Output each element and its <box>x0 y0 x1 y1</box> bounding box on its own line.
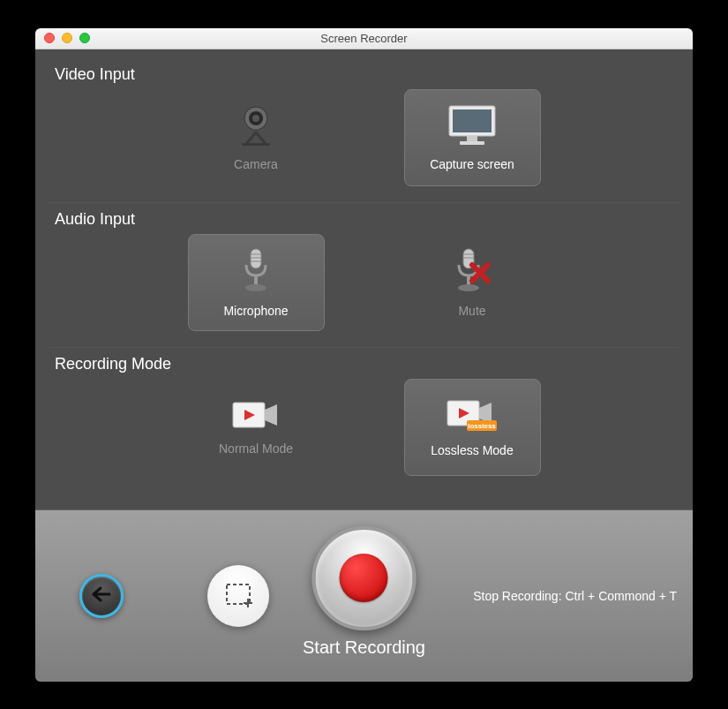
camera-icon <box>233 104 279 147</box>
capture-screen-option[interactable]: Capture screen <box>404 89 541 186</box>
record-group: Start Recording <box>303 526 425 658</box>
video-options: Camera Capture screen <box>55 89 673 186</box>
svg-rect-13 <box>254 275 258 284</box>
recording-mode-section: Recording Mode Normal Mode <box>35 348 693 492</box>
mode-options: Normal Mode lossless Lossless Mode <box>55 379 673 476</box>
audio-input-section: Audio Input Micropho <box>35 203 693 347</box>
video-play-lossless-icon: lossless <box>446 397 499 433</box>
svg-rect-9 <box>251 249 261 268</box>
lossless-mode-label: Lossless Mode <box>431 443 513 457</box>
monitor-icon <box>446 104 499 147</box>
svg-point-14 <box>245 284 266 291</box>
svg-point-19 <box>458 284 479 291</box>
svg-rect-4 <box>242 143 270 146</box>
footer-bar: Start Recording Stop Recording: Ctrl + C… <box>35 509 693 682</box>
arrow-left-icon <box>92 586 111 606</box>
svg-rect-6 <box>453 109 492 132</box>
crop-icon <box>223 581 253 611</box>
capture-screen-label: Capture screen <box>430 157 514 171</box>
audio-options: Microphone Mute <box>55 234 673 331</box>
normal-mode-option[interactable]: Normal Mode <box>188 379 325 476</box>
traffic-lights <box>35 33 90 43</box>
app-window: Screen Recorder Video Input <box>35 28 693 682</box>
titlebar: Screen Recorder <box>35 28 693 49</box>
start-recording-label: Start Recording <box>303 637 425 658</box>
lossless-mode-option[interactable]: lossless Lossless Mode <box>404 379 541 476</box>
microphone-icon <box>238 247 274 293</box>
stop-recording-shortcut: Stop Recording: Ctrl + Commond + T <box>473 589 677 603</box>
normal-mode-label: Normal Mode <box>219 441 293 456</box>
mute-label: Mute <box>458 304 485 318</box>
microphone-label: Microphone <box>223 304 288 318</box>
minimize-window-button[interactable] <box>62 33 72 43</box>
mode-section-title: Recording Mode <box>55 355 673 373</box>
video-section-title: Video Input <box>55 65 673 84</box>
lossless-badge-text: lossless <box>468 422 496 430</box>
mute-icon <box>453 247 492 293</box>
svg-point-2 <box>252 115 259 122</box>
camera-label: Camera <box>234 157 278 171</box>
video-play-icon <box>231 399 281 431</box>
audio-section-title: Audio Input <box>55 210 673 229</box>
svg-rect-23 <box>227 585 250 604</box>
video-input-section: Video Input Camera <box>35 58 693 202</box>
svg-rect-7 <box>467 136 477 141</box>
content-area: Video Input Camera <box>35 49 693 509</box>
window-title: Screen Recorder <box>35 32 693 45</box>
camera-option[interactable]: Camera <box>188 89 325 186</box>
back-button[interactable] <box>79 574 124 618</box>
crop-region-button[interactable] <box>207 565 269 627</box>
zoom-window-button[interactable] <box>79 33 90 43</box>
close-window-button[interactable] <box>44 33 55 43</box>
start-recording-button[interactable] <box>312 526 417 630</box>
svg-rect-8 <box>460 141 484 145</box>
record-icon <box>340 554 388 602</box>
mute-option[interactable]: Mute <box>404 234 541 331</box>
microphone-option[interactable]: Microphone <box>188 234 325 331</box>
